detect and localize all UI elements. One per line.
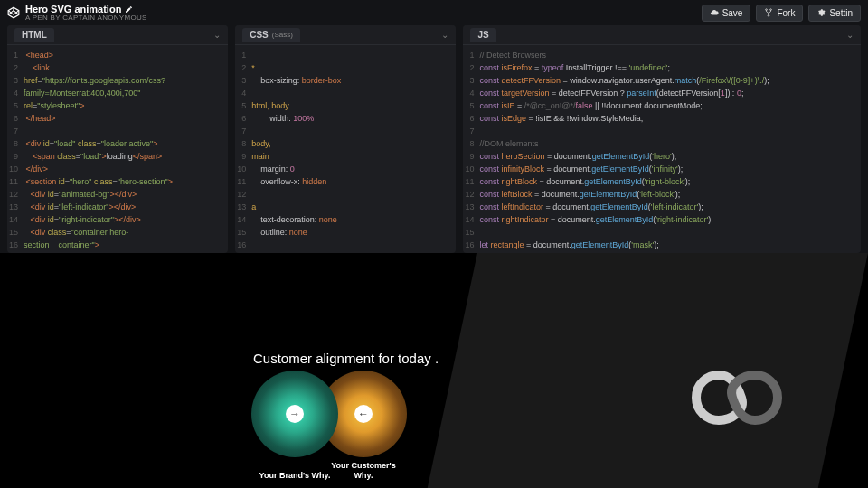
editors-row: HTML ⌄ 1 <head>2 <link3href="https://fon… (0, 25, 868, 253)
edit-icon (125, 5, 133, 14)
brand-circle[interactable]: → Your Brand's Why. (251, 371, 338, 457)
svg-point-6 (766, 9, 768, 11)
js-panel: JS ⌄ 1// Detect Browsers2const isFirefox… (463, 25, 861, 253)
preview-circles: → Your Brand's Why. ← Your Customer's Wh… (251, 371, 407, 457)
pen-title-wrap: Hero SVG animation A PEN BY CAPTAIN ANON… (25, 5, 702, 22)
css-label: CSS (Sass) (242, 28, 300, 42)
js-editor[interactable]: 1// Detect Browsers2const isFirefox = ty… (463, 45, 861, 253)
save-button[interactable]: Save (702, 5, 751, 22)
top-actions: Save Fork Settin (702, 5, 861, 22)
fork-button[interactable]: Fork (756, 5, 803, 22)
css-panel: CSS (Sass) ⌄ 12*3 box-sizing: border-box… (235, 25, 456, 253)
chevron-down-icon[interactable]: ⌄ (441, 30, 448, 40)
chevron-down-icon[interactable]: ⌄ (846, 30, 854, 40)
html-label: HTML (14, 28, 54, 42)
infinity-icon (660, 361, 814, 434)
preview-pane: Customer alignment for today . → Your Br… (0, 253, 868, 488)
js-panel-header: JS ⌄ (463, 25, 861, 45)
chevron-down-icon[interactable]: ⌄ (213, 30, 221, 40)
brand-label: Your Brand's Why. (254, 471, 335, 481)
codepen-logo-icon (7, 6, 20, 19)
html-panel: HTML ⌄ 1 <head>2 <link3href="https://fon… (7, 25, 228, 253)
top-bar: Hero SVG animation A PEN BY CAPTAIN ANON… (0, 0, 868, 25)
settings-button[interactable]: Settin (808, 5, 861, 22)
css-editor[interactable]: 12*3 box-sizing: border-box45html, body6… (235, 45, 456, 253)
svg-point-8 (769, 15, 770, 17)
arrow-right-icon: → (286, 405, 304, 423)
html-editor[interactable]: 1 <head>2 <link3href="https://fonts.goog… (7, 45, 228, 253)
preview-headline: Customer alignment for today . (253, 351, 439, 366)
html-panel-header: HTML ⌄ (7, 25, 228, 45)
js-label: JS (470, 28, 495, 42)
fork-icon (764, 8, 773, 17)
gear-icon (816, 8, 826, 17)
pen-author: A PEN BY CAPTAIN ANONYMOUS (25, 14, 702, 22)
arrow-left-icon: ← (354, 405, 373, 423)
css-panel-header: CSS (Sass) ⌄ (235, 25, 456, 45)
svg-point-7 (770, 9, 772, 11)
cloud-icon (710, 8, 719, 17)
pen-title[interactable]: Hero SVG animation (25, 5, 702, 14)
